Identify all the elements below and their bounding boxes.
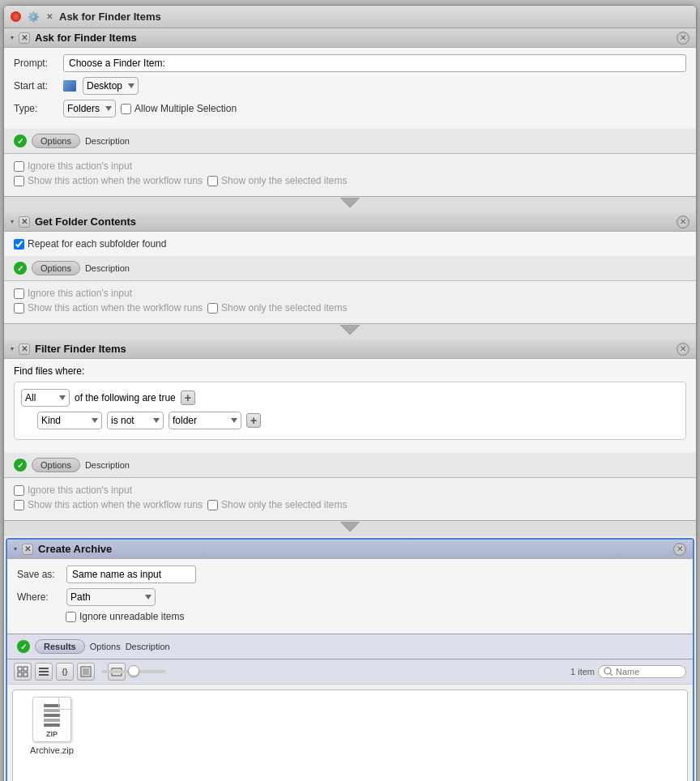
filter-folder-select[interactable]: folder (169, 412, 241, 429)
ignore-input-checkbox-2[interactable] (14, 288, 24, 299)
description-tab-4[interactable]: Description (126, 642, 170, 651)
action-close-button-2[interactable]: ✕ (677, 216, 689, 228)
repeat-subfolder-text: Repeat for each subfolder found (28, 238, 166, 250)
show-selected-label[interactable]: Show only the selected items (207, 175, 347, 186)
action-x-icon: ✕ (19, 32, 30, 44)
repeat-subfolder-checkbox[interactable] (14, 239, 24, 250)
ask-finder-items-body: Prompt: Start at: Desktop Type: Folders … (4, 48, 696, 129)
results-tab-active[interactable]: Results (35, 639, 85, 654)
ignore-input-row-3: Ignore this action's input (14, 484, 686, 496)
prompt-input[interactable] (63, 54, 686, 72)
show-workflow-text: Show this action when the workflow runs (28, 175, 203, 186)
filter-tabs-row: ✓ Options Description (4, 453, 696, 478)
svg-marker-0 (340, 198, 360, 207)
show-workflow-row: Show this action when the workflow runs … (14, 175, 686, 186)
ignore-input-checkbox-3[interactable] (14, 485, 24, 496)
svg-rect-5 (18, 672, 22, 676)
collapse-triangle[interactable]: ▾ (11, 34, 14, 41)
action-close-button-3[interactable]: ✕ (677, 343, 689, 356)
action-title-2: Get Folder Contents (35, 216, 672, 228)
ignore-unreadable-label[interactable]: Ignore unreadable items (66, 611, 184, 622)
description-tab-2[interactable]: Description (85, 263, 130, 273)
create-archive-body: Save as: Where: Path Ignore unreadable i… (7, 559, 693, 634)
where-select[interactable]: Path (66, 588, 156, 606)
ignore-unreadable-row: Ignore unreadable items (66, 611, 683, 622)
show-workflow-row-3: Show this action when the workflow runs … (14, 499, 686, 510)
filter-isnot-select[interactable]: is not (107, 412, 164, 429)
save-input[interactable] (66, 565, 196, 583)
show-workflow-checkbox-3[interactable] (14, 500, 24, 510)
save-as-row: Save as: (17, 565, 683, 583)
filter-add-button[interactable]: + (181, 390, 195, 405)
ignore-input-label-3[interactable]: Ignore this action's input (14, 484, 132, 496)
show-selected-checkbox[interactable] (207, 176, 218, 186)
filter-row-add-button[interactable]: + (246, 413, 261, 428)
connector-3 (4, 521, 696, 536)
search-box (598, 665, 686, 678)
filter-kind-select[interactable]: Kind (37, 412, 102, 429)
show-selected-checkbox-3[interactable] (207, 500, 218, 510)
results-toolbar: {} 1 item (7, 659, 693, 685)
ignore-input-checkbox[interactable] (14, 161, 24, 172)
preview-button[interactable] (77, 663, 95, 681)
allow-multiple-checkbox[interactable] (121, 104, 131, 114)
options-tab-4[interactable]: Options (90, 642, 121, 651)
options-tab-3[interactable]: Options (32, 458, 80, 472)
zip-line-1 (44, 704, 60, 707)
collapse-triangle-2[interactable]: ▾ (11, 218, 14, 225)
size-slider[interactable] (101, 670, 166, 673)
options-tab-2[interactable]: Options (32, 261, 80, 275)
show-workflow-label-3[interactable]: Show this action when the workflow runs (14, 499, 203, 510)
show-selected-checkbox-2[interactable] (207, 303, 218, 314)
ignore-unreadable-checkbox[interactable] (66, 612, 76, 622)
prompt-row: Prompt: (14, 54, 686, 72)
search-input[interactable] (616, 667, 681, 676)
show-workflow-label-2[interactable]: Show this action when the workflow runs (14, 302, 203, 314)
filter-finder-body: Find files where: All of the following a… (4, 359, 696, 453)
collapse-triangle-4[interactable]: ▾ (14, 545, 17, 553)
type-row: Type: Folders Allow Multiple Selection (14, 100, 686, 117)
show-selected-label-2[interactable]: Show only the selected items (207, 302, 347, 314)
filter-finder-header: ▾ ✕ Filter Finder Items ✕ (4, 339, 696, 359)
action-close-button-4[interactable]: ✕ (673, 543, 686, 556)
title-bar-icon: ⚙️ (28, 11, 40, 23)
show-workflow-checkbox-2[interactable] (14, 303, 24, 314)
start-select[interactable]: Desktop (83, 77, 139, 95)
action-title-3: Filter Finder Items (35, 343, 672, 355)
desktop-icon (63, 80, 76, 92)
window-close-button[interactable]: ✕ (11, 11, 21, 22)
svg-rect-6 (23, 672, 28, 676)
action-close-button[interactable]: ✕ (677, 32, 689, 45)
preview-icon (80, 666, 92, 677)
filter-area: All of the following are true + Kind is … (14, 382, 686, 440)
repeat-subfolder-label[interactable]: Repeat for each subfolder found (14, 238, 686, 250)
action-x-icon-4: ✕ (22, 544, 33, 555)
ignore-input-row-2: Ignore this action's input (14, 288, 686, 299)
filter-finder-items-block: ▾ ✕ Filter Finder Items ✕ Find files whe… (4, 339, 696, 521)
list-view-button[interactable] (35, 663, 53, 681)
type-select[interactable]: Folders (63, 100, 116, 117)
ignore-input-label-2[interactable]: Ignore this action's input (14, 288, 132, 299)
ignore-input-label[interactable]: Ignore this action's input (14, 160, 132, 172)
show-workflow-checkbox[interactable] (14, 176, 24, 186)
results-content-area: ZIP Archive.zip (12, 689, 688, 781)
prompt-label: Prompt: (14, 58, 58, 69)
svg-point-14 (604, 668, 611, 674)
action-title-4: Create Archive (38, 543, 668, 555)
slider-thumb[interactable] (128, 665, 139, 676)
show-workflow-label[interactable]: Show this action when the workflow runs (14, 175, 203, 186)
zip-file-item[interactable]: ZIP Archive.zip (19, 697, 84, 755)
ignore-unreadable-text: Ignore unreadable items (79, 611, 184, 622)
show-selected-label-3[interactable]: Show only the selected items (207, 499, 347, 510)
allow-multiple-label[interactable]: Allow Multiple Selection (121, 103, 237, 114)
description-tab-3[interactable]: Description (85, 460, 130, 470)
filter-all-select[interactable]: All (21, 389, 70, 407)
description-tab[interactable]: Description (85, 136, 130, 146)
collapse-triangle-3[interactable]: ▾ (11, 345, 14, 352)
code-view-button[interactable]: {} (56, 663, 74, 681)
action-x-icon-2: ✕ (19, 216, 30, 228)
grid-view-button[interactable] (14, 663, 32, 681)
main-window: ✕ ⚙️ ✕ Ask for Finder Items ▾ ✕ Ask for … (3, 5, 697, 781)
options-tab[interactable]: Options (32, 134, 80, 148)
connector-arrow-1 (337, 198, 363, 209)
